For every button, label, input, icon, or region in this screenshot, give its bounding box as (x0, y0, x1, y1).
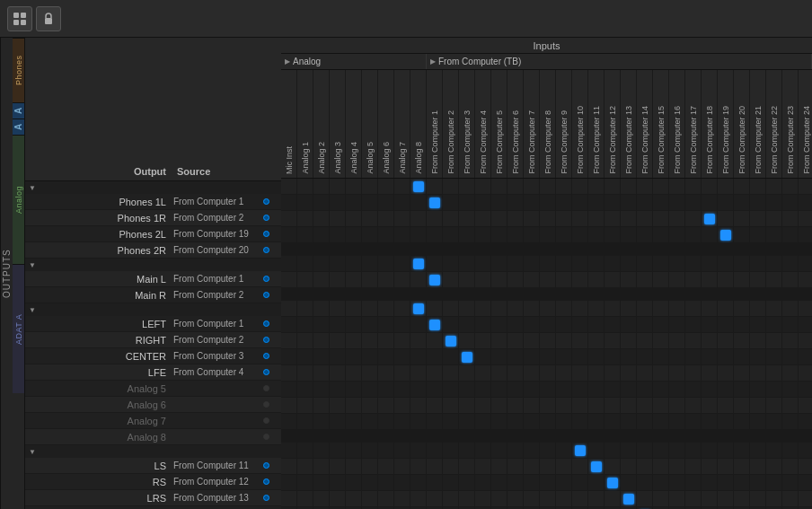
matrix-cell[interactable] (459, 349, 475, 365)
matrix-cell[interactable] (330, 272, 346, 288)
matrix-cell[interactable] (475, 365, 491, 382)
matrix-cell[interactable] (362, 398, 378, 414)
matrix-cell[interactable] (540, 256, 556, 272)
matrix-cell[interactable] (378, 349, 394, 365)
matrix-cell[interactable] (330, 195, 346, 211)
matrix-cell[interactable] (346, 491, 362, 507)
matrix-cell[interactable] (524, 333, 540, 349)
matrix-cell[interactable] (718, 475, 734, 491)
matrix-cell[interactable] (443, 349, 459, 365)
matrix-cell[interactable] (556, 443, 572, 459)
matrix-cell[interactable] (346, 414, 362, 430)
matrix-cell[interactable] (443, 301, 459, 317)
matrix-cell[interactable] (637, 301, 653, 317)
matrix-cell[interactable] (443, 443, 459, 459)
matrix-cell[interactable] (491, 227, 508, 243)
matrix-cell[interactable] (443, 256, 459, 272)
matrix-cell[interactable] (702, 301, 718, 317)
matrix-cell[interactable] (475, 227, 491, 243)
matrix-cell[interactable] (669, 179, 685, 195)
matrix-cell[interactable] (669, 256, 685, 272)
matrix-cell[interactable] (572, 349, 588, 365)
matrix-cell[interactable] (410, 317, 427, 333)
matrix-cell[interactable] (653, 491, 669, 507)
matrix-cell[interactable] (475, 301, 491, 317)
matrix-cell[interactable] (475, 398, 491, 414)
matrix-cell[interactable] (685, 179, 702, 195)
matrix-cell[interactable] (410, 349, 427, 365)
collapse-analog[interactable]: ▼ (25, 303, 281, 316)
matrix-cell[interactable] (378, 227, 394, 243)
output-indicator[interactable] (259, 227, 273, 241)
matrix-cell[interactable] (281, 443, 297, 459)
matrix-cell[interactable] (297, 272, 313, 288)
output-indicator[interactable] (259, 365, 273, 380)
matrix-cell[interactable] (378, 301, 394, 317)
matrix-cell[interactable] (330, 459, 346, 475)
matrix-cell[interactable] (782, 414, 799, 430)
matrix-cell[interactable] (378, 179, 394, 195)
matrix-cell[interactable] (669, 398, 685, 414)
matrix-cell[interactable] (653, 475, 669, 491)
output-indicator[interactable] (259, 317, 273, 331)
matrix-cell[interactable] (459, 272, 475, 288)
matrix-cell[interactable] (281, 491, 297, 507)
matrix-cell[interactable] (799, 349, 812, 365)
matrix-cell[interactable] (540, 414, 556, 430)
matrix-cell[interactable] (750, 459, 766, 475)
matrix-cell[interactable] (588, 195, 605, 211)
matrix-cell[interactable] (637, 195, 653, 211)
matrix-cell[interactable] (718, 272, 734, 288)
matrix-cell[interactable] (588, 365, 605, 382)
matrix-cell[interactable] (637, 227, 653, 243)
matrix-cell[interactable] (443, 398, 459, 414)
matrix-cell[interactable] (734, 459, 750, 475)
matrix-cell[interactable] (313, 443, 330, 459)
matrix-cell[interactable] (637, 317, 653, 333)
matrix-cell[interactable] (362, 227, 378, 243)
matrix-cell[interactable] (281, 301, 297, 317)
matrix-cell[interactable] (669, 382, 685, 398)
matrix-cell[interactable] (475, 179, 491, 195)
matrix-cell[interactable] (313, 349, 330, 365)
matrix-cell[interactable] (653, 227, 669, 243)
matrix-cell[interactable] (669, 301, 685, 317)
matrix-cell[interactable] (572, 211, 588, 227)
matrix-cell[interactable] (330, 227, 346, 243)
matrix-cell[interactable] (702, 491, 718, 507)
matrix-cell[interactable] (281, 333, 297, 349)
output-indicator[interactable] (259, 211, 273, 225)
matrix-cell[interactable] (491, 382, 508, 398)
matrix-cell[interactable] (281, 349, 297, 365)
matrix-cell[interactable] (524, 227, 540, 243)
matrix-cell[interactable] (281, 414, 297, 430)
matrix-cell[interactable] (410, 272, 427, 288)
matrix-cell[interactable] (378, 333, 394, 349)
matrix-cell[interactable] (718, 333, 734, 349)
matrix-cell[interactable] (540, 459, 556, 475)
matrix-cell[interactable] (653, 365, 669, 382)
matrix-cell[interactable] (491, 365, 508, 382)
matrix-cell[interactable] (508, 256, 524, 272)
matrix-cell[interactable] (572, 414, 588, 430)
matrix-cell[interactable] (427, 195, 443, 211)
matrix-cell[interactable] (459, 475, 475, 491)
matrix-cell[interactable] (378, 459, 394, 475)
matrix-cell[interactable] (782, 301, 799, 317)
matrix-cell[interactable] (621, 414, 637, 430)
matrix-cell[interactable] (718, 195, 734, 211)
matrix-cell[interactable] (297, 211, 313, 227)
matrix-cell[interactable] (799, 459, 812, 475)
matrix-cell[interactable] (330, 211, 346, 227)
matrix-cell[interactable] (572, 382, 588, 398)
matrix-cell[interactable] (799, 317, 812, 333)
matrix-cell[interactable] (799, 382, 812, 398)
matrix-cell[interactable] (669, 227, 685, 243)
matrix-cell[interactable] (491, 333, 508, 349)
matrix-cell[interactable] (443, 414, 459, 430)
matrix-cell[interactable] (524, 179, 540, 195)
matrix-cell[interactable] (362, 414, 378, 430)
matrix-cell[interactable] (475, 443, 491, 459)
matrix-cell[interactable] (540, 398, 556, 414)
matrix-cell[interactable] (540, 491, 556, 507)
